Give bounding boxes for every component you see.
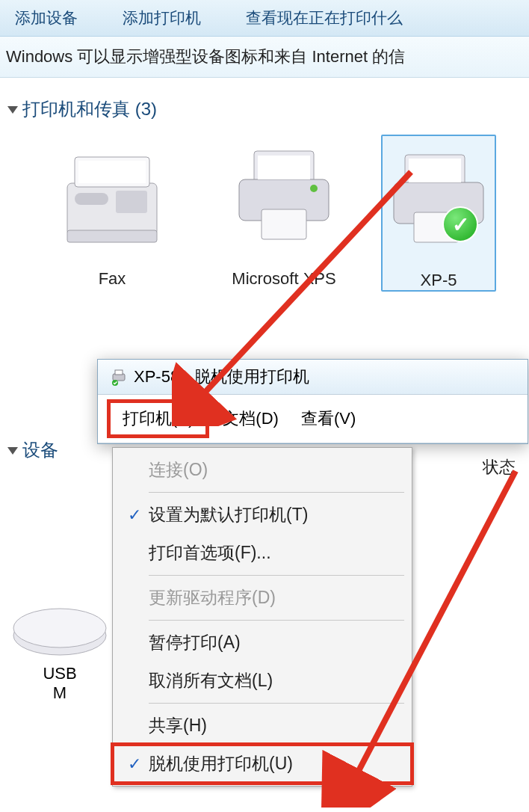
menu-set-default[interactable]: ✓设置为默认打印机(T)	[113, 496, 412, 534]
svg-rect-3	[116, 191, 147, 213]
svg-rect-18	[115, 370, 123, 375]
dialog-menubar: 打印机(P) 文档(D) 查看(V)	[98, 395, 528, 443]
column-header-status[interactable]: 状态	[483, 456, 516, 479]
svg-rect-10	[258, 156, 310, 179]
device-label: M	[7, 683, 112, 703]
dialog-title-bar: XP-58 - 脱机使用打印机	[98, 360, 528, 395]
dialog-title-text: XP-58 - 脱机使用打印机	[134, 366, 309, 388]
view-printing-link[interactable]: 查看现在正在打印什么	[246, 7, 403, 28]
svg-rect-14	[409, 159, 461, 182]
content-area: 打印机和传真 (3) Fax	[0, 78, 529, 305]
menu-pause[interactable]: 暂停打印(A)	[113, 624, 412, 662]
device-grid: Fax Microsoft XPS	[37, 135, 522, 292]
category-title: 打印机和传真 (3)	[22, 97, 157, 121]
svg-point-16	[13, 609, 106, 648]
svg-rect-4	[75, 193, 108, 205]
menu-sharing[interactable]: 共享(H)	[113, 707, 412, 745]
toolbar: 添加设备 添加打印机 查看现在正在打印什么	[0, 0, 529, 37]
menu-document[interactable]: 文档(D)	[214, 405, 288, 433]
svg-rect-8	[262, 209, 306, 239]
printer-small-icon	[110, 368, 128, 386]
menu-cancel-all[interactable]: 取消所有文档(L)	[113, 662, 412, 700]
device-generic-icon	[7, 576, 112, 658]
device-fax[interactable]: Fax	[37, 135, 187, 292]
svg-rect-2	[78, 161, 146, 183]
menu-preferences[interactable]: 打印首选项(F)...	[113, 534, 412, 572]
printer-icon	[220, 135, 347, 262]
device-label: Microsoft XPS	[209, 269, 359, 289]
check-icon: ✓	[120, 754, 149, 774]
check-icon: ✓	[120, 505, 149, 525]
menu-use-offline[interactable]: ✓脱机使用打印机(U)	[113, 745, 412, 783]
print-queue-dialog: XP-58 - 脱机使用打印机 打印机(P) 文档(D) 查看(V)	[97, 359, 528, 444]
category-printers[interactable]: 打印机和传真 (3)	[7, 97, 522, 121]
info-bar: Windows 可以显示增强型设备图标和来自 Internet 的信	[0, 37, 529, 78]
printer-icon: ✓	[390, 136, 487, 263]
menu-update-driver: 更新驱动程序(D)	[113, 579, 412, 617]
chevron-down-icon	[7, 106, 18, 114]
device-label: XP-5	[383, 271, 495, 290]
chevron-down-icon	[7, 447, 18, 455]
printer-menu-dropdown: 连接(O) ✓设置为默认打印机(T) 打印首选项(F)... 更新驱动程序(D)…	[112, 447, 412, 787]
default-check-icon: ✓	[442, 206, 478, 242]
device-xp58[interactable]: ✓ XP-5	[381, 135, 496, 292]
fax-icon	[49, 135, 176, 262]
category-devices[interactable]: 设备	[7, 438, 58, 462]
add-device-link[interactable]: 添加设备	[15, 7, 78, 28]
menu-view[interactable]: 查看(V)	[292, 405, 365, 433]
device-label: USB	[7, 664, 112, 683]
svg-point-9	[310, 185, 318, 192]
menu-printer[interactable]: 打印机(P)	[107, 399, 209, 438]
device-msxps[interactable]: Microsoft XPS	[209, 135, 359, 292]
add-printer-link[interactable]: 添加打印机	[123, 7, 201, 28]
device-usb[interactable]: USB M	[7, 576, 112, 703]
device-label: Fax	[37, 269, 187, 289]
svg-rect-5	[67, 230, 157, 242]
category-title: 设备	[22, 438, 58, 462]
menu-connect: 连接(O)	[113, 451, 412, 489]
